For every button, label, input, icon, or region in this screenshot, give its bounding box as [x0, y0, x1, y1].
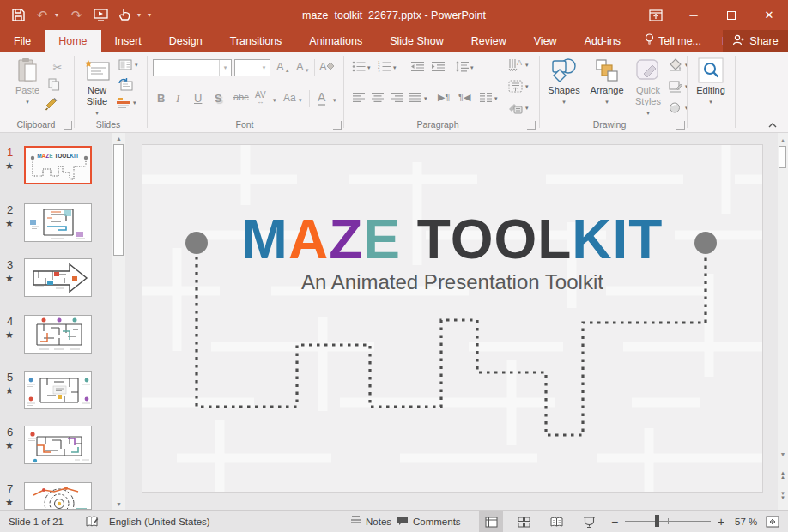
section-icon[interactable]: ▾: [116, 97, 136, 109]
shape-fill-icon[interactable]: ▾: [668, 58, 688, 71]
scrollbar-thumb[interactable]: [779, 146, 786, 168]
new-slide-button[interactable]: New Slide ▾: [79, 56, 115, 118]
bold-button[interactable]: B: [157, 92, 165, 105]
spacing-caret-icon[interactable]: ▾: [273, 97, 276, 104]
font-color-caret-icon[interactable]: ▾: [333, 97, 336, 104]
slide-title[interactable]: MAZE TOOLKIT: [142, 212, 762, 267]
align-right-icon[interactable]: [390, 92, 403, 103]
animation-star-icon[interactable]: ★: [5, 440, 14, 451]
copy-icon[interactable]: [48, 78, 60, 91]
collapse-ribbon-icon[interactable]: [767, 120, 779, 130]
slide-thumbnail-2[interactable]: [24, 203, 92, 242]
underline-button[interactable]: U: [194, 92, 202, 105]
scroll-up-icon[interactable]: ▲: [112, 133, 125, 144]
format-painter-icon[interactable]: [45, 97, 60, 111]
clipboard-dialog-launcher-icon[interactable]: [64, 121, 72, 130]
proofing-icon[interactable]: [86, 511, 99, 532]
rtl-direction-icon[interactable]: ¶◀: [458, 92, 470, 103]
shape-outline-icon[interactable]: ▾: [668, 80, 688, 93]
font-name-caret-icon[interactable]: ▾: [219, 60, 231, 76]
animation-star-icon[interactable]: ★: [5, 329, 14, 341]
tab-slide-show[interactable]: Slide Show: [376, 30, 458, 52]
maximize-button[interactable]: [712, 0, 750, 30]
undo-caret-icon[interactable]: ▾: [55, 11, 64, 19]
animation-star-icon[interactable]: ★: [5, 160, 14, 172]
change-case-button[interactable]: Aa: [283, 92, 296, 104]
slide-subtitle[interactable]: An Animated Presentation Toolkit: [142, 270, 762, 294]
ribbon-display-options-icon[interactable]: [637, 0, 675, 30]
cut-icon[interactable]: ✂: [48, 59, 67, 75]
thumbnail-panel-scrollbar[interactable]: ▲ ▼: [112, 133, 125, 510]
font-size-combobox[interactable]: ▾: [234, 59, 270, 76]
paragraph-dialog-launcher-icon[interactable]: [527, 121, 536, 130]
tab-file[interactable]: File: [0, 30, 45, 52]
justify-icon[interactable]: [409, 92, 422, 103]
maze-path-graphic[interactable]: [142, 145, 762, 492]
zoom-slider-thumb[interactable]: [655, 515, 659, 527]
undo-icon[interactable]: ↶: [31, 4, 53, 27]
ltr-direction-icon[interactable]: ▶¶: [438, 92, 450, 103]
tab-design[interactable]: Design: [155, 30, 216, 52]
columns-caret-icon[interactable]: ▾: [494, 95, 498, 102]
tab-transitions[interactable]: Transitions: [216, 30, 296, 52]
quick-styles-button[interactable]: Quick Styles ▾: [628, 56, 668, 118]
language-indicator[interactable]: English (United States): [109, 511, 210, 532]
save-icon[interactable]: [7, 4, 29, 27]
tab-home[interactable]: Home: [45, 30, 100, 52]
increase-indent-icon[interactable]: [431, 61, 446, 72]
line-spacing-caret-icon[interactable]: ▾: [470, 64, 474, 71]
animation-star-icon[interactable]: ★: [5, 218, 14, 229]
zoom-out-button[interactable]: −: [611, 511, 618, 532]
strikethrough-button[interactable]: abc: [233, 92, 249, 102]
tell-me-box[interactable]: Tell me...: [634, 30, 712, 52]
slide-thumbnail-7[interactable]: [24, 482, 92, 510]
tab-add-ins[interactable]: Add-ins: [571, 30, 634, 52]
drawing-dialog-launcher-icon[interactable]: [676, 121, 685, 130]
align-left-icon[interactable]: [352, 92, 366, 103]
next-slide-button[interactable]: ▼▼: [778, 490, 788, 502]
close-button[interactable]: ✕: [750, 0, 788, 30]
editing-button[interactable]: Editing ▾: [692, 56, 730, 107]
scrollbar-thumb[interactable]: [113, 144, 124, 256]
clear-formatting-icon[interactable]: A: [319, 59, 335, 73]
touch-mouse-mode-icon[interactable]: [113, 4, 136, 27]
zoom-level[interactable]: 57 %: [735, 511, 757, 532]
normal-view-button[interactable]: [479, 511, 503, 532]
align-center-icon[interactable]: [371, 92, 385, 103]
animation-star-icon[interactable]: ★: [5, 497, 14, 508]
slide-thumbnail-1[interactable]: MAZE TOOLKIT: [24, 146, 92, 184]
fit-slide-to-window-icon[interactable]: [766, 511, 779, 532]
decrease-indent-icon[interactable]: [410, 61, 425, 72]
scroll-up-icon[interactable]: ▲: [778, 135, 788, 146]
tab-insert[interactable]: Insert: [101, 30, 155, 52]
previous-slide-button[interactable]: ▲▲: [778, 469, 788, 481]
slide-layout-icon[interactable]: ▾: [118, 59, 138, 70]
reset-slide-icon[interactable]: [118, 78, 133, 91]
slide-thumbnail-5[interactable]: [24, 371, 92, 409]
line-spacing-icon[interactable]: [455, 61, 469, 72]
grow-font-button[interactable]: A▲: [276, 60, 290, 73]
slide-thumbnail-6[interactable]: [24, 426, 92, 464]
main-scrollbar[interactable]: ▲ ▼ ▲▲ ▼▼: [778, 133, 788, 510]
animation-star-icon[interactable]: ★: [5, 385, 14, 396]
share-button[interactable]: Share: [723, 30, 788, 52]
minimize-button[interactable]: ─: [675, 0, 712, 30]
shrink-font-button[interactable]: A▼: [296, 60, 310, 73]
shapes-button[interactable]: Shapes ▾: [544, 56, 584, 107]
slide-editor-area[interactable]: MAZE TOOLKIT An Animated Presentation To…: [125, 133, 778, 510]
arrange-button[interactable]: Arrange ▾: [585, 56, 628, 107]
notes-button[interactable]: Notes: [350, 511, 391, 532]
numbering-caret-icon[interactable]: ▾: [393, 64, 397, 71]
numbering-icon[interactable]: 123: [378, 61, 391, 72]
slide-canvas[interactable]: MAZE TOOLKIT An Animated Presentation To…: [142, 144, 763, 493]
slide-thumbnail-4[interactable]: [24, 315, 92, 354]
tab-view[interactable]: View: [520, 30, 571, 52]
customize-qat-icon[interactable]: ▾: [148, 11, 163, 19]
touch-mode-caret-icon[interactable]: ▾: [137, 11, 146, 19]
scroll-down-icon[interactable]: ▼: [778, 449, 788, 460]
shape-effects-icon[interactable]: ▾: [668, 101, 688, 114]
redo-icon[interactable]: ↷: [65, 4, 88, 27]
bullets-icon[interactable]: [352, 61, 366, 72]
character-spacing-button[interactable]: AV↔: [255, 90, 266, 104]
convert-smartart-icon[interactable]: ▾: [508, 101, 529, 114]
